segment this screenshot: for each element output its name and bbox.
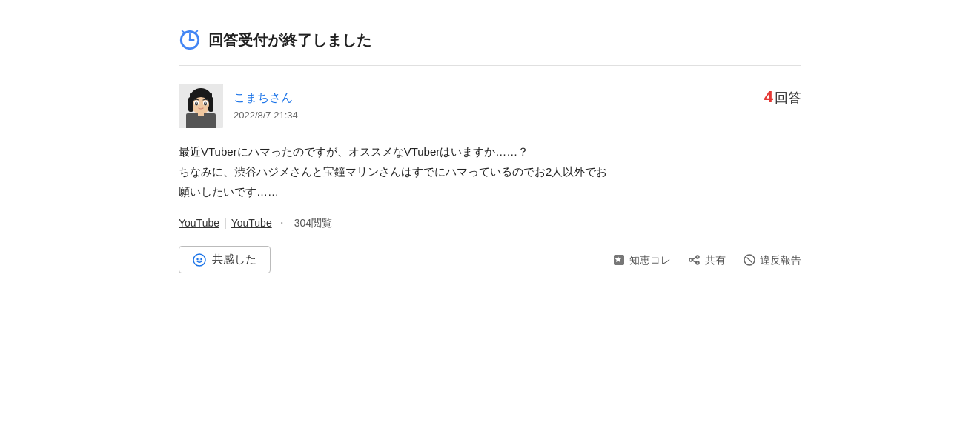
svg-point-19 xyxy=(204,102,207,106)
tag-link-1[interactable]: YouTube xyxy=(179,215,219,231)
star-icon xyxy=(613,254,625,266)
share-icon xyxy=(689,254,701,266)
svg-point-4 xyxy=(189,39,191,41)
svg-point-27 xyxy=(696,256,699,258)
chie-label: 知恵コレ xyxy=(629,252,671,268)
right-actions: 知恵コレ 共有 xyxy=(613,252,801,268)
svg-point-24 xyxy=(200,258,202,260)
tag-link-2[interactable]: YouTube xyxy=(231,215,272,231)
user-row: こまちさん 2022/8/7 21:34 4回答 xyxy=(179,84,801,128)
question-body: 最近VTuberにハマったのですが、オススメなVTuberはいますか……？ ちな… xyxy=(179,141,801,201)
kyokan-button[interactable]: 共感した xyxy=(179,246,271,273)
question-line3: 願いしたいです…… xyxy=(179,181,801,201)
status-text: 回答受付が終了しました xyxy=(208,28,371,52)
share-button[interactable]: 共有 xyxy=(689,252,726,268)
view-count: 304閲覧 xyxy=(294,215,332,231)
share-label: 共有 xyxy=(705,252,726,268)
svg-point-21 xyxy=(205,102,206,103)
user-info: こまちさん 2022/8/7 21:34 xyxy=(234,88,298,124)
chie-kore-button[interactable]: 知恵コレ xyxy=(613,252,671,268)
svg-point-18 xyxy=(195,102,198,106)
report-icon xyxy=(744,254,755,266)
question-line1: 最近VTuberにハマったのですが、オススメなVTuberはいますか……？ xyxy=(179,141,801,161)
svg-point-28 xyxy=(696,261,699,264)
tag-dot: ・ xyxy=(277,215,287,231)
svg-point-20 xyxy=(196,102,197,103)
answer-count-number: 4 xyxy=(764,87,773,106)
svg-line-6 xyxy=(196,31,198,33)
report-button[interactable]: 違反報告 xyxy=(744,252,801,268)
timestamp: 2022/8/7 21:34 xyxy=(234,108,298,124)
clock-icon xyxy=(179,29,201,51)
kyokan-icon xyxy=(193,253,206,267)
answer-count-label: 回答 xyxy=(775,90,801,105)
action-row: 共感した 知恵コレ xyxy=(179,246,801,273)
username[interactable]: こまちさん xyxy=(234,88,298,107)
svg-line-31 xyxy=(747,258,752,262)
svg-point-29 xyxy=(689,258,692,261)
answer-count: 4回答 xyxy=(764,84,801,110)
tags-row: YouTube | YouTube ・ 304閲覧 xyxy=(179,215,801,231)
svg-line-5 xyxy=(182,31,185,33)
report-label: 違反報告 xyxy=(760,252,801,268)
page-container: 回答受付が終了しました xyxy=(156,0,824,288)
kyokan-label: 共感した xyxy=(212,253,256,267)
avatar xyxy=(179,84,223,128)
tag-separator: | xyxy=(224,215,227,231)
user-left: こまちさん 2022/8/7 21:34 xyxy=(179,84,298,128)
svg-point-23 xyxy=(196,258,198,260)
question-line2: ちなみに、渋谷ハジメさんと宝鐘マリンさんはすでにハマっているのでお2人以外でお xyxy=(179,161,801,181)
svg-rect-14 xyxy=(208,97,213,112)
svg-rect-13 xyxy=(188,97,193,112)
status-banner: 回答受付が終了しました xyxy=(179,15,801,66)
